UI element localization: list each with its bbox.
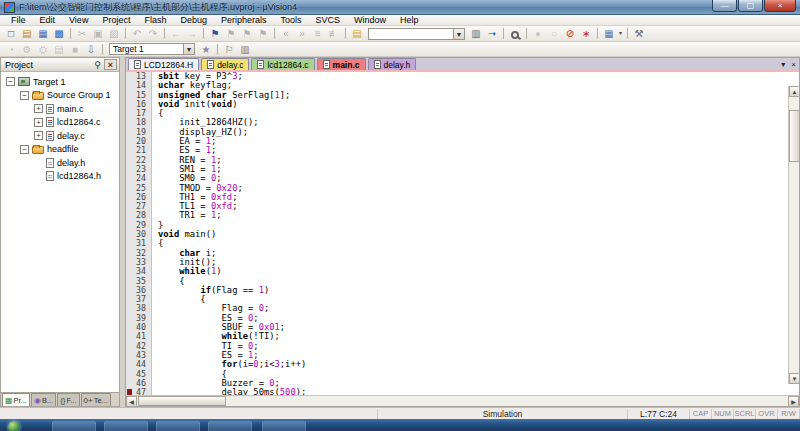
tree-item-source-group-1[interactable]: −Source Group 1 xyxy=(1,89,119,103)
bookmark-next-icon[interactable]: ⚑ xyxy=(239,27,255,40)
target-select[interactable]: Target 1▼ xyxy=(109,43,195,55)
tree-expand-icon[interactable]: + xyxy=(34,131,43,140)
tree-expand-icon[interactable]: + xyxy=(34,104,43,113)
pin-icon[interactable]: ⚲ xyxy=(91,59,104,70)
panel-tab-pr[interactable]: ▦Pr... xyxy=(2,393,30,406)
save-icon[interactable]: ▦ xyxy=(35,27,51,40)
redo-icon[interactable]: ↷ xyxy=(145,27,161,40)
cut-icon[interactable]: ✂ xyxy=(74,27,90,40)
taskbar-button[interactable] xyxy=(262,421,306,431)
chevron-down-icon[interactable]: ▾ xyxy=(617,27,624,40)
copy-icon[interactable]: ▣ xyxy=(90,27,106,40)
uvision-window: F:\item\公交智能门控制系统\程序\主机部分\主机程序.uvproj - … xyxy=(0,0,800,431)
tree-expand-icon[interactable]: − xyxy=(6,77,15,86)
zoom-icon[interactable] xyxy=(511,31,519,39)
tree-item-target-1[interactable]: −Target 1 xyxy=(1,75,119,89)
menu-flash[interactable]: Flash xyxy=(137,15,173,26)
close-document-icon[interactable]: × xyxy=(791,60,796,70)
menu-debug[interactable]: Debug xyxy=(173,15,214,26)
comment-icon[interactable]: ≡ xyxy=(310,27,326,40)
open-folder-icon[interactable]: ▤ xyxy=(19,27,35,40)
horizontal-scroll-thumb[interactable] xyxy=(138,396,226,406)
menu-tools[interactable]: Tools xyxy=(273,15,308,26)
menu-view[interactable]: View xyxy=(62,15,95,26)
menu-edit[interactable]: Edit xyxy=(33,15,63,26)
panel-tab-b[interactable]: ◉B... xyxy=(31,393,56,406)
close-button[interactable]: × xyxy=(764,0,796,12)
menu-window[interactable]: Window xyxy=(347,15,393,26)
manage-components-icon[interactable]: ▥ xyxy=(237,43,253,56)
panel-tab-f[interactable]: {}F... xyxy=(57,393,79,406)
debug-windows-icon[interactable]: ▦ xyxy=(601,27,617,40)
tree-item-lcd12864-h[interactable]: lcd12864.h xyxy=(1,170,119,184)
file-extensions-icon[interactable]: ⚐ xyxy=(221,43,237,56)
breakpoint-enable-all-icon[interactable]: ∗ xyxy=(578,27,594,40)
options-for-target-icon[interactable]: ★ xyxy=(198,43,214,56)
start-button[interactable] xyxy=(8,421,20,431)
undo-icon[interactable]: ↶ xyxy=(129,27,145,40)
editor-tab-main-c[interactable]: main.c xyxy=(317,58,366,70)
tab-list-dropdown-icon[interactable]: ▾ xyxy=(781,60,785,70)
find-in-files-icon[interactable]: ▥ xyxy=(468,27,484,40)
editor-tab-lcd12864-c[interactable]: lcd12864.c xyxy=(251,58,314,70)
menu-help[interactable]: Help xyxy=(393,15,426,26)
taskbar-button[interactable] xyxy=(104,421,148,431)
rebuild-all-icon[interactable]: ⛭ xyxy=(35,43,51,56)
batch-build-icon[interactable]: ▤ xyxy=(51,43,67,56)
scroll-down-icon[interactable]: ▼ xyxy=(789,373,799,384)
breakpoint-disabled-icon[interactable]: ○ xyxy=(546,27,562,40)
tree-item-delay-h[interactable]: delay.h xyxy=(1,156,119,170)
menu-svcs[interactable]: SVCS xyxy=(309,15,348,26)
tree-item-lcd12864-c[interactable]: +lcd12864.c xyxy=(1,116,119,130)
vertical-scrollbar[interactable]: ▲ ▼ xyxy=(788,86,799,384)
taskbar-button[interactable] xyxy=(208,421,252,431)
minimize-button[interactable]: — xyxy=(712,0,737,12)
save-all-icon[interactable]: ▩ xyxy=(51,27,67,40)
find-text-combobox[interactable]: ▼ xyxy=(368,28,465,40)
horizontal-scrollbar[interactable]: ◀ ▶ xyxy=(126,395,799,406)
tree-item-headfile[interactable]: −headfile xyxy=(1,143,119,157)
chevron-down-icon[interactable]: ▼ xyxy=(453,29,464,39)
panel-tab-te[interactable]: 0+Te... xyxy=(81,393,111,406)
stop-build-icon[interactable]: ■ xyxy=(67,43,83,56)
new-file-icon[interactable]: □ xyxy=(3,27,19,40)
uncomment-icon[interactable]: ≢ xyxy=(326,27,342,40)
outdent-icon[interactable]: « xyxy=(278,27,294,40)
editor-tab-lcd12864-h[interactable]: LCD12864.H xyxy=(128,58,199,70)
download-icon[interactable]: ⇩ xyxy=(83,43,99,56)
editor-tab-delay-c[interactable]: delay.c xyxy=(201,58,249,70)
tree-expand-icon[interactable]: − xyxy=(20,91,29,100)
editor-tab-delay-h[interactable]: delay.h xyxy=(368,58,417,70)
paste-icon[interactable]: ▧ xyxy=(106,27,122,40)
taskbar-button[interactable] xyxy=(52,421,96,431)
nav-back-icon[interactable]: ← xyxy=(168,27,184,40)
tree-expand-icon[interactable]: + xyxy=(34,118,43,127)
restore-button[interactable]: ▢ xyxy=(738,0,763,12)
menu-project[interactable]: Project xyxy=(95,15,137,26)
translate-icon[interactable]: ◔ xyxy=(3,43,19,56)
scroll-right-icon[interactable]: ▶ xyxy=(788,396,799,407)
scroll-left-icon[interactable]: ◀ xyxy=(126,396,137,407)
run-to-cursor-icon[interactable]: ➝ xyxy=(484,27,500,40)
bookmark-prev-icon[interactable]: ⚑ xyxy=(223,27,239,40)
bookmark-toggle-icon[interactable]: ⚑ xyxy=(207,27,223,40)
configure-icon[interactable]: ⚒ xyxy=(631,27,647,40)
bookmark-clear-icon[interactable]: ⚑ xyxy=(255,27,271,40)
tree-item-delay-c[interactable]: +delay.c xyxy=(1,129,119,143)
code-editor[interactable]: 13sbit key = P3^3;14uchar keyflag;15unsi… xyxy=(126,72,788,395)
menu-peripherals[interactable]: Peripherals xyxy=(214,15,274,26)
scroll-up-icon[interactable]: ▲ xyxy=(789,86,799,97)
menu-file[interactable]: File xyxy=(4,15,33,26)
vertical-scroll-thumb[interactable] xyxy=(789,110,799,162)
build-icon[interactable]: ⚙ xyxy=(19,43,35,56)
tree-expand-icon[interactable]: − xyxy=(20,145,29,154)
nav-forward-icon[interactable]: → xyxy=(184,27,200,40)
indent-icon[interactable]: » xyxy=(294,27,310,40)
chevron-down-icon[interactable]: ▼ xyxy=(183,44,194,54)
taskbar-button[interactable] xyxy=(156,421,200,431)
find-in-target-icon[interactable]: ▤ xyxy=(349,27,365,40)
tree-item-main-c[interactable]: +main.c xyxy=(1,102,119,116)
close-icon[interactable]: × xyxy=(104,59,117,70)
breakpoint-kill-all-icon[interactable]: ⊘ xyxy=(562,27,578,40)
breakpoint-icon[interactable]: ● xyxy=(530,27,546,40)
